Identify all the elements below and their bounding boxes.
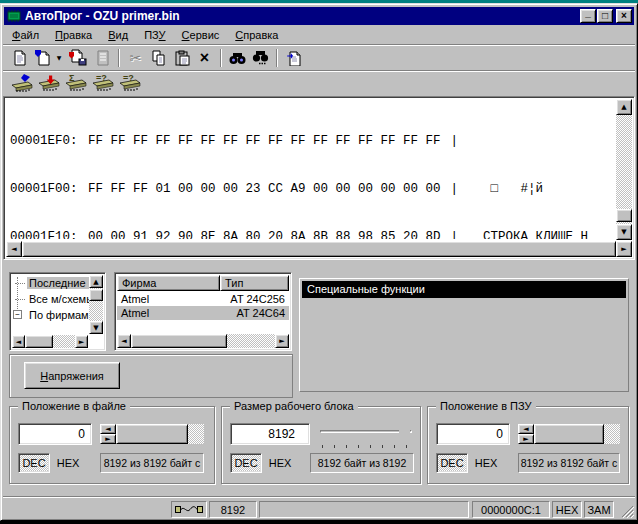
edit-buffer-icon <box>96 50 110 66</box>
maximize-button[interactable]: □ <box>597 9 613 23</box>
hex-toggle[interactable]: HEX <box>52 453 84 473</box>
rom-position-input[interactable] <box>436 423 510 445</box>
save-file-button[interactable] <box>64 47 91 69</box>
minimize-button[interactable]: _ <box>580 9 596 23</box>
scrollbar-thumb[interactable] <box>25 335 53 348</box>
app-window: АвтоПрог - OZU primer.bin _ □ × Файл Пра… <box>0 3 638 521</box>
block-size-slider[interactable] <box>318 421 414 449</box>
chip-checksum-button[interactable]: Σ <box>62 73 89 95</box>
hex-row: 00001F10:00 00 91 92 90 8E 8A 80 20 8A 8… <box>10 229 612 239</box>
tree-line <box>15 299 25 300</box>
tree-item-all-chips[interactable]: Все м/схемы <box>12 291 89 307</box>
scroll-left-icon[interactable]: ◄ <box>100 424 116 434</box>
toolbar-separator <box>118 49 120 67</box>
scroll-right-icon[interactable]: ► <box>100 434 116 444</box>
menu-file[interactable]: Файл <box>4 27 47 43</box>
scroll-up-icon[interactable]: ▲ <box>616 99 632 115</box>
scrollbar-thumb[interactable] <box>131 334 227 348</box>
delete-icon: × <box>200 49 209 67</box>
menu-view[interactable]: Вид <box>100 27 136 43</box>
scroll-left-icon[interactable]: ◄ <box>117 334 131 348</box>
scroll-up-icon[interactable]: ▲ <box>89 275 103 288</box>
scrollbar-thumb[interactable] <box>534 424 604 444</box>
hex-editor[interactable]: 00001EF0:FF FF FF FF FF FF FF FF FF FF F… <box>3 96 635 260</box>
title-bar: АвтоПрог - OZU primer.bin _ □ × <box>4 7 634 25</box>
compare-icon: =? <box>123 73 134 83</box>
scrollbar-thumb[interactable] <box>22 241 616 257</box>
delete-button[interactable]: × <box>193 47 216 69</box>
tree-expand-icon[interactable]: − <box>13 310 22 319</box>
column-header-vendor[interactable]: Фирма <box>117 275 220 291</box>
slider-track <box>320 430 412 433</box>
copy-button[interactable] <box>147 47 170 69</box>
convert-file-button[interactable] <box>282 47 305 69</box>
scroll-down-icon[interactable]: ▼ <box>89 321 103 334</box>
chip-category-tree[interactable]: Последние Все м/схемы − По фирмам ▲ ▼ ◄ … <box>9 272 106 351</box>
scroll-right-icon[interactable]: ► <box>616 241 632 257</box>
main-toolbar: ▼ ✂ <box>3 44 635 70</box>
menu-edit[interactable]: Правка <box>47 27 100 43</box>
dec-toggle[interactable]: DEC <box>436 453 468 473</box>
scroll-left-icon[interactable]: ◄ <box>12 335 25 348</box>
scrollbar-thumb[interactable] <box>89 289 103 301</box>
hex-vertical-scrollbar[interactable]: ▲ ▼ <box>616 99 632 240</box>
group-title: Положение в файле <box>18 400 130 412</box>
scroll-left-icon[interactable]: ◄ <box>518 424 534 434</box>
dec-toggle[interactable]: DEC <box>18 453 50 473</box>
chip-compare-button[interactable]: =? <box>116 73 143 95</box>
column-header-type[interactable]: Тип <box>220 275 289 291</box>
rom-position-scrollbar[interactable]: ◄ ► <box>518 424 620 444</box>
scroll-right-icon[interactable]: ► <box>75 335 88 348</box>
chip-row[interactable]: Atmel AT 24C256 <box>117 292 289 306</box>
slider-thumb[interactable] <box>399 423 410 440</box>
menu-bar: Файл Правка Вид ПЗУ Сервис Справка <box>4 26 286 44</box>
open-file-button[interactable] <box>31 47 54 69</box>
menu-rom[interactable]: ПЗУ <box>136 27 173 43</box>
dec-toggle[interactable]: DEC <box>230 453 262 473</box>
chip-list[interactable]: Фирма Тип Atmel AT 24C256 Atmel AT 24C64… <box>114 272 292 351</box>
open-file-dropdown[interactable]: ▼ <box>54 47 64 69</box>
cut-button[interactable]: ✂ <box>124 47 147 69</box>
block-size-status: 8192 байт из 8192 <box>310 453 414 473</box>
file-position-input[interactable] <box>18 423 92 445</box>
overwrite-cell[interactable]: ЗАМ <box>584 501 614 518</box>
close-button[interactable]: × <box>616 9 632 23</box>
save-file-icon <box>68 49 87 66</box>
find-button[interactable] <box>226 47 249 69</box>
scrollbar-thumb[interactable] <box>116 424 188 444</box>
hex-toggle[interactable]: HEX <box>264 453 296 473</box>
menu-help[interactable]: Справка <box>227 27 286 43</box>
find-next-button[interactable] <box>249 47 272 69</box>
scroll-left-icon[interactable]: ◄ <box>6 241 22 257</box>
tree-vertical-scrollbar[interactable]: ▲ ▼ <box>89 275 103 334</box>
menu-service[interactable]: Сервис <box>174 27 228 43</box>
resize-grip[interactable] <box>621 505 634 518</box>
block-size-input[interactable] <box>230 423 310 445</box>
tree-horizontal-scrollbar[interactable]: ◄ ► <box>12 335 88 348</box>
new-file-button[interactable] <box>8 47 31 69</box>
chip-row-selected[interactable]: Atmel AT 24C64 <box>117 306 289 320</box>
mode-cell[interactable]: HEX <box>552 501 582 518</box>
chip-read-button[interactable] <box>8 73 35 95</box>
chip-write-button[interactable] <box>35 73 62 95</box>
group-title: Размер рабочего блока <box>230 400 358 412</box>
convert-file-icon <box>286 50 302 66</box>
tree-item-by-vendor[interactable]: − По фирмам <box>12 307 89 323</box>
scroll-right-icon[interactable]: ► <box>275 334 289 348</box>
file-position-scrollbar[interactable]: ◄ ► <box>100 424 204 444</box>
tree-item-recent[interactable]: Последние <box>12 275 89 291</box>
scroll-down-icon[interactable]: ▼ <box>616 224 632 240</box>
cable-icon <box>175 504 203 515</box>
hex-horizontal-scrollbar[interactable]: ◄ ► <box>6 241 632 257</box>
status-bar: 8192 0000000C:1 HEX ЗАМ <box>3 496 635 519</box>
voltage-button[interactable]: Напряжения <box>24 362 120 389</box>
find-icon <box>229 51 246 65</box>
chip-verify-button[interactable]: =? <box>89 73 116 95</box>
scrollbar-thumb[interactable] <box>616 209 632 222</box>
tree-line <box>15 283 25 284</box>
paste-button[interactable] <box>170 47 193 69</box>
scroll-right-icon[interactable]: ► <box>518 434 534 444</box>
hex-toggle[interactable]: HEX <box>470 453 502 473</box>
edit-buffer-button[interactable] <box>91 47 114 69</box>
chip-list-horizontal-scrollbar[interactable]: ◄ ► <box>117 334 289 348</box>
